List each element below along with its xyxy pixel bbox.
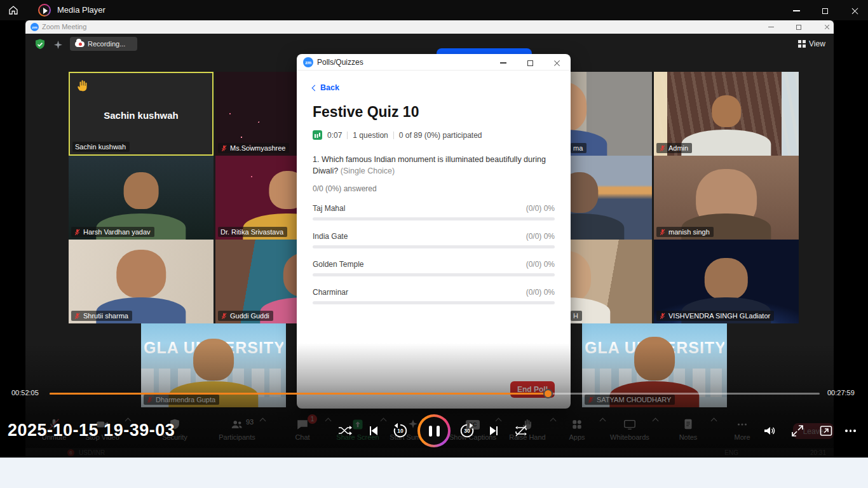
option-progress-bar [313, 273, 555, 276]
close-button[interactable] [846, 6, 863, 15]
zoom-window-title: Zoom Meeting [42, 23, 86, 30]
mic-muted-icon [220, 313, 227, 320]
video-tile-vishvendra: VISHVENDRA SINGH GLadiator [654, 240, 799, 323]
volume-button[interactable] [762, 423, 777, 438]
security-shield-icon [34, 38, 46, 51]
participant-name-tag: manish singh [656, 227, 714, 237]
participant-name-tag: ma [571, 143, 587, 153]
view-button[interactable]: View [798, 39, 825, 48]
mic-muted-icon [74, 313, 81, 320]
next-track-icon [486, 423, 501, 438]
quiz-question-count: 1 question [353, 131, 388, 140]
repeat-off-button[interactable] [513, 423, 529, 438]
previous-button[interactable] [366, 423, 381, 438]
participant-name-tag: Admin [656, 143, 692, 153]
zoom-maximize-button [792, 23, 805, 31]
app-title: Media Player [57, 5, 105, 15]
quiz-title: Festive Quiz 10 [313, 104, 419, 121]
zoom-window-titlebar: zm Zoom Meeting [25, 20, 834, 34]
poll-chart-icon [313, 130, 322, 140]
home-icon[interactable] [8, 4, 19, 16]
participant-name-tag: Harsh Vardhan yadav [71, 227, 154, 237]
video-tile-harsh: Harsh Vardhan yadav [69, 156, 214, 240]
media-player-titlebar: Media Player [0, 0, 868, 20]
volume-icon [762, 423, 777, 438]
more-options-button[interactable] [845, 423, 856, 438]
quiz-participation: 0 of 89 (0%) participated [399, 131, 482, 140]
recording-indicator[interactable]: Recording... [70, 37, 137, 51]
participant-name-tag: Sachin kushwah [72, 142, 130, 152]
video-timestamp-overlay: 2025-10-15 19-39-03 [8, 421, 175, 440]
fullscreen-button[interactable] [790, 423, 805, 438]
back-link[interactable]: Back [313, 83, 339, 92]
zoom-logo-icon: zm [31, 23, 39, 31]
participant-name-tag: H [571, 311, 582, 321]
shuffle-icon [337, 423, 353, 438]
participant-name-tag: Dr. Ritika Srivastava [218, 227, 287, 237]
zoom-close-button [820, 23, 833, 31]
video-tile-admin: Admin [654, 72, 799, 156]
option-result: (0/0) 0% [526, 232, 555, 241]
participant-name-tag: Ms.Sowmyashree [218, 143, 289, 153]
option-label: Golden Temple [313, 260, 364, 269]
polls-dialog-title: Polls/Quizzes [317, 58, 363, 67]
mic-muted-icon [659, 145, 666, 152]
poll-minimize-button[interactable] [496, 58, 510, 67]
quiz-timer: 0:07 [327, 131, 342, 140]
shuffle-button[interactable] [337, 423, 353, 438]
mic-muted-icon [74, 229, 81, 236]
recording-label: Recording... [88, 40, 125, 48]
screen: Media Player zm Zoom Meeting Recording..… [0, 0, 868, 488]
chevron-left-icon [312, 85, 318, 91]
seek-bar[interactable] [50, 393, 820, 395]
zoom-logo-icon: zm [303, 57, 313, 67]
participant-center-name: Sachin kushwah [70, 110, 212, 121]
skip-forward-30-button[interactable]: 30 [458, 422, 476, 440]
polls-dialog-titlebar: zm Polls/Quizzes [297, 54, 571, 71]
video-tile-shrutii: Shrutii sharma [69, 240, 214, 323]
mic-muted-icon [659, 313, 666, 320]
repeat-off-icon [513, 423, 529, 438]
option-result: (0/0) 0% [526, 288, 555, 297]
option-progress-bar [313, 217, 555, 220]
zoom-minimize-button [764, 23, 777, 31]
option-label: Taj Mahal [313, 204, 345, 213]
seek-fill [50, 393, 548, 395]
maximize-button[interactable] [817, 6, 833, 15]
view-grid-icon [798, 40, 806, 48]
poll-maximize-button[interactable] [523, 58, 537, 67]
option-label: Charminar [313, 288, 348, 297]
fullscreen-icon [790, 423, 805, 438]
raised-hand-icon [75, 78, 90, 93]
pause-button[interactable] [417, 414, 451, 447]
mini-player-button[interactable] [818, 423, 834, 438]
cloud-recording-icon [75, 41, 85, 47]
minimize-button[interactable] [788, 6, 804, 15]
question-text: 1. Which famous Indian monument is illum… [313, 154, 552, 177]
mini-player-icon [818, 423, 834, 438]
sparkle-icon [54, 41, 62, 49]
mic-muted-icon [220, 145, 227, 152]
option-label: India Gate [313, 232, 348, 241]
mic-muted-icon [659, 229, 666, 236]
option-result: (0/0) 0% [526, 260, 555, 269]
taskbar: 7 Upcoming Earnings W S ENG IN [0, 458, 868, 488]
poll-close-button[interactable] [550, 58, 564, 67]
elapsed-time: 00:52:05 [11, 389, 39, 396]
previous-track-icon [366, 423, 381, 438]
view-label: View [809, 39, 825, 48]
question-type: (Single Choice) [341, 166, 395, 175]
video-tile-manish: manish singh [654, 156, 799, 240]
option-progress-bar [313, 301, 555, 304]
participant-name-tag: Guddi Guddi [218, 311, 273, 321]
next-button[interactable] [486, 423, 501, 438]
quiz-stats: 0:07 1 question 0 of 89 (0%) participate… [313, 130, 482, 140]
participant-name-tag: Shrutii sharma [71, 311, 132, 321]
participant-name-tag: VISHVENDRA SINGH GLadiator [656, 311, 774, 321]
option-result: (0/0) 0% [526, 204, 555, 213]
media-player-logo-icon [38, 4, 51, 17]
skip-back-10-button[interactable]: 10 [391, 422, 409, 440]
remaining-time: 00:27:59 [827, 389, 855, 396]
video-tile-sachin: Sachin kushwah Sachin kushwah [69, 72, 214, 156]
answered-count: 0/0 (0%) answered [313, 184, 377, 193]
